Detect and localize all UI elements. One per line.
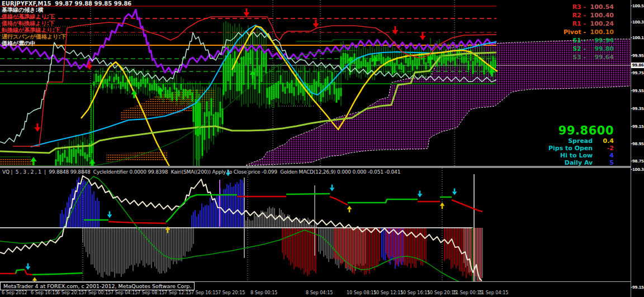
histogram-cluster-5 [319,228,366,272]
sell-signal-arrow [35,123,41,132]
cloud-orange-a [0,158,34,166]
cycle-step-2 [25,270,32,275]
axis-tick: 99.75 [632,71,644,75]
time-label[interactable]: 7 Sep 00:15 [84,290,111,295]
cycle-sell-arrow [26,264,31,270]
axis-tick: 100.301 [632,167,644,172]
cycle-sell-arrow [452,189,457,195]
time-label[interactable]: 7 Sep 20:15 [218,290,245,295]
price-axis[interactable]: 100.55100.35100.1599.9599.7599.5599.3599… [631,0,644,297]
histogram-cluster-4 [282,228,316,276]
sell-signal-arrow [420,32,426,40]
cycle-step-9 [330,197,348,205]
time-axis[interactable]: 6 Sep 20126 Sep 16:156 Sep 20:157 Sep 00… [0,290,631,297]
current-price-box: 99.86 [631,63,644,68]
time-label[interactable]: 11 Sep 00:15 [453,290,482,295]
brand-bar: MetaTrader 4 at FOREX.com, c 2001-2012, … [0,282,195,290]
time-label[interactable]: 8 Sep 00:15 [250,290,277,295]
axis-tick: 98.75 [632,159,644,164]
axis-tick: 100.35 [632,20,644,25]
time-label[interactable]: 7 Sep 12:15 [164,290,191,295]
mt4-window: EURJPYFXF,M15 99.87 99.88 99.85 99.86 基準… [0,0,644,297]
axis-tick: 100.15 [632,36,644,40]
cycle-step-10 [348,199,418,203]
axis-tick: 99.95 [632,54,644,58]
cycle-buy-arrow [440,202,445,209]
cycle-sell-arrow [107,212,112,218]
cycle-buy-arrow [165,226,171,233]
sell-signal-arrow [313,20,319,28]
indicator-subwindow[interactable] [0,168,631,282]
indicator-header: VQ | 5 , 3 , 2 , 1 | 99.8848 99.8848 Cyc… [2,169,400,175]
axis-tick: 98.95 [632,142,644,146]
axis-tick: 99.35 [632,107,644,111]
channel-green-2 [296,40,363,41]
axis-tick: 99.55 [632,89,644,93]
cycle-sell-arrow [418,191,423,198]
time-label[interactable]: 10 Sep 12:15 [373,290,403,295]
time-label[interactable]: 10 Sep 16:15 [400,290,430,295]
time-label[interactable]: 7 Sep 08:15 [138,290,164,295]
cycle-step-13 [452,200,482,212]
time-label[interactable]: 6 Sep 20:15 [57,290,84,295]
axis-tick: 99.1538 [632,285,644,290]
axis-tick: 100.55 [632,4,644,8]
cycle-step-8 [286,194,330,194]
cycle-sell-arrow [330,185,335,191]
time-label[interactable]: 7 Sep 16:15 [191,290,218,295]
time-label[interactable]: 8 Sep 04:15 [306,290,333,295]
axis-tick: 99.15 [632,124,644,129]
time-label[interactable]: 6 Sep 16:15 [31,290,58,295]
cycle-step-5 [108,222,166,223]
cloud-orange-b [106,151,168,162]
buy-signal-arrow [89,159,96,166]
main-price-chart[interactable] [0,0,631,166]
time-label[interactable]: 10 Sep 20:15 [427,290,457,295]
histogram-cluster-1 [83,228,193,277]
cycle-step-3 [32,273,83,275]
cycle-step-1 [16,270,25,274]
time-label[interactable]: 7 Sep 04:15 [111,290,138,295]
time-label[interactable]: 11 Sep 04:15 [479,290,508,295]
time-label[interactable]: 6 Sep 2012 [2,290,27,295]
time-label[interactable]: 10 Sep 08:15 [347,290,376,295]
sell-signal-arrow [392,26,399,35]
cycle-buy-arrow [347,205,352,212]
histogram-cluster-2 [192,179,244,228]
sell-signal-arrow [244,8,250,17]
